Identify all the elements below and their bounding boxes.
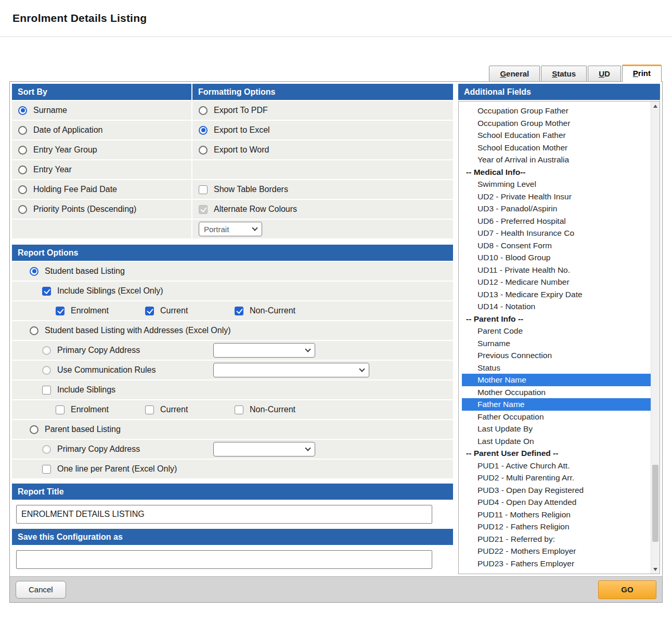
communication-rules-select[interactable]	[213, 363, 369, 377]
field-item[interactable]: -- Parent User Defined --	[462, 447, 651, 460]
export-to-pdf-radio[interactable]	[199, 106, 208, 115]
non-current-flag[interactable]: Non-Current	[235, 306, 324, 315]
field-item[interactable]: Mother Name	[462, 374, 651, 386]
entry-year-group-radio[interactable]	[18, 146, 27, 155]
field-item[interactable]: UD6 - Preferred Hospital	[462, 215, 651, 227]
field-item[interactable]: UD8 - Consent Form	[462, 239, 651, 252]
field-item[interactable]: PUD2 - Multi Parenting Arr.	[462, 472, 651, 484]
primary-copy-address-radio-2[interactable]	[42, 445, 51, 454]
sort-option-surname[interactable]: Surname	[12, 101, 191, 120]
field-item[interactable]: Mother Occupation	[462, 386, 651, 399]
sort-option-entry-year-group[interactable]: Entry Year Group	[12, 141, 191, 159]
parent-based-listing-option[interactable]: Parent based Listing	[12, 420, 453, 439]
export-to-pdf-option[interactable]: Export To PDF	[192, 101, 453, 120]
field-item[interactable]: PUD23 - Fathers Employer	[462, 557, 651, 570]
report-title-input[interactable]	[16, 505, 432, 524]
field-item[interactable]: Occupation Group Mother	[462, 117, 651, 130]
field-item[interactable]: UD2 - Private Health Insur	[462, 191, 651, 203]
field-item[interactable]: PUD1 - Active Church Att.	[462, 460, 651, 472]
current-flag-2[interactable]: Current	[145, 405, 235, 414]
show-table-borders-checkbox[interactable]	[199, 185, 208, 194]
field-item[interactable]: Swimming Level	[462, 178, 651, 191]
field-item[interactable]: Parent Code	[462, 325, 651, 337]
parent-based-listing-radio[interactable]	[30, 425, 38, 434]
field-item[interactable]: UD12 - Medicare Number	[462, 276, 651, 288]
sort-option-entry-year[interactable]: Entry Year	[12, 160, 191, 179]
current-checkbox[interactable]	[145, 307, 154, 315]
current-flag[interactable]: Current	[145, 306, 235, 315]
cancel-button[interactable]: Cancel	[16, 581, 66, 599]
export-to-word-option[interactable]: Export to Word	[192, 141, 453, 159]
field-item[interactable]: Previous Connection	[462, 349, 651, 362]
field-item[interactable]: Last Update On	[462, 435, 651, 448]
primary-copy-address-option-2[interactable]: Primary Copy Address	[42, 445, 207, 454]
scrollbar[interactable]	[651, 101, 660, 574]
tab-status[interactable]: Status	[541, 66, 587, 81]
tab-print[interactable]: Print	[622, 65, 662, 82]
student-based-listing-option[interactable]: Student based Listing	[12, 262, 453, 281]
field-item[interactable]: PUD12 - Fathers Religion	[462, 521, 651, 533]
primary-copy-address-select-1[interactable]	[213, 343, 315, 358]
field-item[interactable]: School Education Father	[462, 129, 651, 142]
non-current-flag-2[interactable]: Non-Current	[235, 405, 324, 414]
scroll-down-button[interactable]	[651, 565, 660, 574]
field-item[interactable]: UD10 - Blood Group	[462, 251, 651, 264]
primary-copy-address-option-1[interactable]: Primary Copy Address	[42, 346, 207, 355]
use-communication-rules-radio[interactable]	[42, 366, 51, 375]
enrolment-checkbox-2[interactable]	[56, 405, 64, 414]
one-line-per-parent-option[interactable]: One line per Parent (Excel Only)	[12, 460, 453, 478]
field-item[interactable]: Occupation Group Father	[462, 105, 651, 117]
enrolment-checkbox[interactable]	[56, 307, 64, 315]
field-item[interactable]: Father Name	[462, 398, 651, 411]
include-siblings-option-2[interactable]: Include Siblings	[12, 380, 453, 399]
field-item[interactable]: PUD4 - Open Day Attended	[462, 496, 651, 509]
field-item[interactable]: Father Occupation	[462, 411, 651, 423]
field-item[interactable]: UD14 - Notation	[462, 300, 651, 313]
use-communication-rules-option[interactable]: Use Communication Rules	[42, 365, 207, 375]
field-item[interactable]: UD3 - Panadol/Aspirin	[462, 202, 651, 215]
student-with-addresses-option[interactable]: Student based Listing with Addresses (Ex…	[12, 321, 453, 340]
field-item[interactable]: Surname	[462, 337, 651, 350]
holding-fee-paid-date-radio[interactable]	[18, 185, 27, 194]
go-button[interactable]: GO	[598, 580, 656, 599]
current-checkbox-2[interactable]	[145, 405, 154, 414]
field-item[interactable]: -- Parent Info --	[462, 313, 651, 325]
orientation-select[interactable]: Portrait	[199, 222, 262, 236]
one-line-per-parent-checkbox[interactable]	[42, 465, 51, 474]
scrollbar-track[interactable]	[651, 110, 660, 565]
export-to-word-radio[interactable]	[199, 146, 208, 155]
non-current-checkbox-2[interactable]	[235, 405, 243, 414]
sort-option-priority-points[interactable]: Priority Points (Descending)	[12, 200, 191, 219]
field-item[interactable]: PUD3 - Open Day Registered	[462, 484, 651, 497]
field-item[interactable]: UD7 - Health Insurance Co	[462, 227, 651, 239]
field-item[interactable]: School Education Mother	[462, 142, 651, 154]
show-table-borders-option[interactable]: Show Table Borders	[192, 180, 453, 199]
surname-radio[interactable]	[18, 106, 27, 115]
entry-year-radio[interactable]	[18, 166, 27, 174]
include-siblings-excel-checkbox[interactable]	[42, 287, 51, 296]
field-item[interactable]: UD11 - Private Health No.	[462, 264, 651, 276]
save-configuration-input[interactable]	[16, 550, 432, 569]
primary-copy-address-select-2[interactable]	[213, 442, 315, 456]
field-item[interactable]: PUD11 - Mothers Religion	[462, 509, 651, 521]
include-siblings-checkbox-2[interactable]	[42, 386, 51, 395]
tab-ud[interactable]: UD	[588, 66, 621, 81]
export-to-excel-radio[interactable]	[199, 126, 208, 135]
enrolment-flag-2[interactable]: Enrolment	[56, 405, 145, 414]
field-item[interactable]: -- Medical Info--	[462, 166, 651, 179]
priority-points-radio[interactable]	[18, 205, 27, 214]
date-of-application-radio[interactable]	[18, 126, 27, 135]
primary-copy-address-radio-1[interactable]	[42, 346, 51, 355]
field-item[interactable]: Last Update By	[462, 423, 651, 435]
field-item[interactable]: Status	[462, 362, 651, 374]
field-item[interactable]: PUD21 - Referred by:	[462, 533, 651, 545]
scroll-up-button[interactable]	[651, 101, 660, 110]
include-siblings-excel-option[interactable]: Include Siblings (Excel Only)	[12, 282, 453, 300]
sort-option-date-of-application[interactable]: Date of Application	[12, 121, 191, 139]
scrollbar-thumb[interactable]	[652, 465, 658, 542]
export-to-excel-option[interactable]: Export to Excel	[192, 121, 453, 139]
non-current-checkbox[interactable]	[235, 307, 243, 315]
sort-option-holding-fee-paid-date[interactable]: Holding Fee Paid Date	[12, 180, 191, 199]
field-item[interactable]: Year of Arrival in Australia	[462, 154, 651, 166]
student-with-addresses-radio[interactable]	[30, 326, 38, 335]
